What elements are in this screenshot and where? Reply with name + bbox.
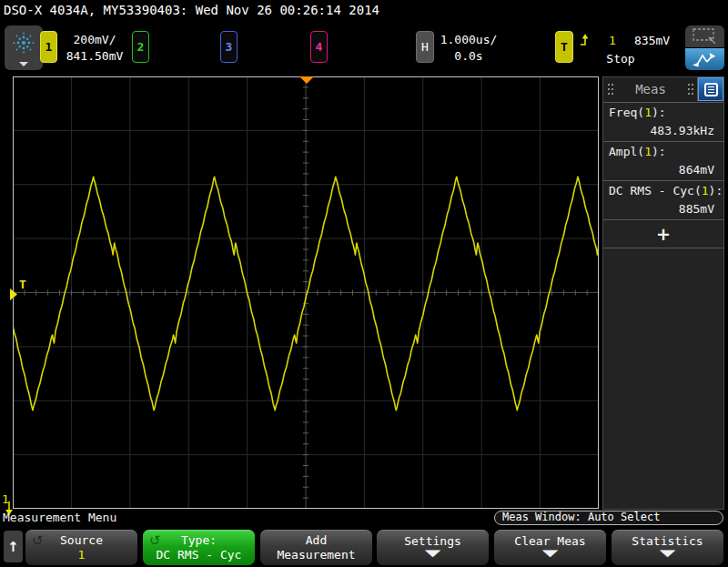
agilent-spark-icon [11,29,36,60]
softkey-bar: ↑ ↺ Source 1 ↺ Type: DC RMS - Cyc Add Me… [0,526,728,567]
scope-graticule-and-trace: T1 [13,76,599,509]
down-arrow-icon: ▼ [612,549,723,559]
back-button[interactable]: ↑ [4,531,23,562]
grip-dots-icon[interactable] [688,84,693,96]
list-menu-icon [704,83,718,96]
measurement-row-dcrms[interactable]: DC RMS - Cyc(1): 885mV [603,181,723,220]
window-title: DSO-X 4034A, MY53390403: Wed Nov 26 00:2… [4,3,379,17]
down-arrow-icon: ▼ [494,549,606,559]
softkey-source[interactable]: ↺ Source 1 [25,530,137,565]
menu-label-bar: Measurement Menu Meas Window: Auto Selec… [0,510,728,526]
softkey-settings[interactable]: Settings ▼ [377,530,489,565]
measurement-name: DC RMS - Cyc(1): [603,184,723,197]
waveform-zoom-button[interactable] [685,48,724,70]
softkey-label: Settings [377,534,489,548]
timebase-delay: 0.0s [435,48,502,65]
svg-text:T: T [19,278,26,291]
rising-edge-icon [580,33,594,47]
region-select-icon [691,27,720,46]
horizontal-button[interactable]: H [416,31,434,63]
channel-3-button[interactable]: 3 [220,31,238,63]
softkey-value: DC RMS - Cyc [143,548,255,562]
measurement-row-freq[interactable]: Freq(1): 483.93kHz [603,103,723,142]
measurement-panel: Meas Freq(1): 483.93kHz Ampl(1): 864mV D… [602,76,724,510]
add-measurement-row[interactable]: + [603,220,723,248]
channel-1-button[interactable]: 1 [40,31,57,63]
rotate-icon: ↺ [149,532,161,549]
trigger-source: 1 [609,34,616,47]
softkey-label: Statistics [612,534,723,548]
measurement-panel-header[interactable]: Meas [603,77,723,103]
measurement-name: Freq(1): [603,106,723,119]
softkey-value: 1 [25,548,137,562]
softkey-label: Clear Meas [494,534,606,548]
softkey-clear-meas[interactable]: Clear Meas ▼ [494,530,606,565]
softkey-label: Add [260,533,372,547]
measurement-menu-button[interactable] [697,77,723,101]
trigger-button[interactable]: T [555,31,573,63]
channel-4-button[interactable]: 4 [310,31,328,63]
measurement-panel-title: Meas [603,82,698,96]
measurement-value: 483.93kHz [603,124,723,137]
toolbar: 1 200mV/ 841.50mV 2 3 4 H 1.000us/ 0.0s … [0,23,728,74]
meas-window-status[interactable]: Meas Window: Auto Select [494,511,723,525]
measurement-row-ampl[interactable]: Ampl(1): 864mV [603,142,723,181]
down-arrow-icon: ▼ [377,549,489,559]
channel-2-button[interactable]: 2 [132,31,149,63]
measurement-value: 864mV [603,163,723,177]
svg-text:1: 1 [2,492,9,506]
softkey-add-measurement[interactable]: Add Measurement [260,530,372,565]
region-select-button[interactable] [685,25,724,47]
acquisition-status: Stop [590,52,652,66]
timebase-scale: 1.000us/ [435,32,502,48]
softkey-statistics[interactable]: Statistics ▼ [612,530,723,565]
softkey-value: Measurement [260,548,372,562]
menu-title: Measurement Menu [3,511,116,524]
waveform-zoom-icon [692,51,719,68]
scope-display[interactable]: T1 [13,76,599,509]
up-arrow-icon: ↑ [7,539,19,555]
softkey-type[interactable]: ↺ Type: DC RMS - Cyc [143,530,255,565]
horizontal-readout[interactable]: 1.000us/ 0.0s [435,32,502,65]
plus-icon: + [656,224,671,244]
measurement-name: Ampl(1): [603,145,723,158]
channel-1-scale: 200mV/ [56,32,133,48]
chevron-down-icon [19,62,28,66]
channel-1-readout[interactable]: 200mV/ 841.50mV [56,32,133,65]
channel-1-offset: 841.50mV [56,48,133,65]
measurement-value: 885mV [603,202,723,216]
rotate-icon: ↺ [32,532,44,549]
trigger-level: 835mV [634,34,670,47]
agilent-logo-button[interactable] [5,25,43,70]
